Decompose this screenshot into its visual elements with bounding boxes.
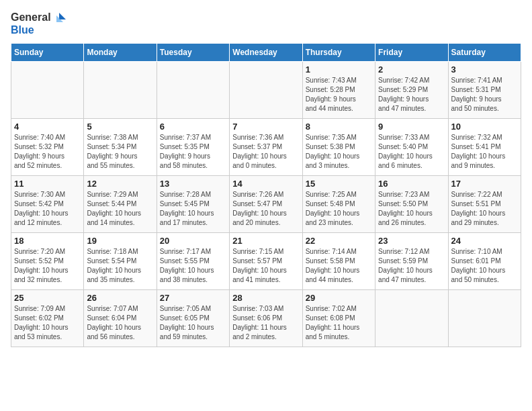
calendar-cell: 1Sunrise: 7:43 AM Sunset: 5:28 PM Daylig… — [302, 62, 375, 119]
day-number: 14 — [232, 179, 299, 189]
day-info: Sunrise: 7:15 AM Sunset: 5:57 PM Dayligh… — [232, 247, 299, 285]
day-number: 21 — [232, 236, 299, 246]
day-info: Sunrise: 7:03 AM Sunset: 6:06 PM Dayligh… — [232, 304, 299, 342]
day-number: 16 — [378, 179, 445, 189]
calendar-cell: 9Sunrise: 7:33 AM Sunset: 5:40 PM Daylig… — [375, 119, 448, 176]
calendar-cell: 28Sunrise: 7:03 AM Sunset: 6:06 PM Dayli… — [230, 290, 302, 347]
calendar-cell — [375, 290, 448, 347]
week-row-5: 25Sunrise: 7:09 AM Sunset: 6:02 PM Dayli… — [11, 290, 521, 347]
calendar-cell: 12Sunrise: 7:29 AM Sunset: 5:44 PM Dayli… — [84, 176, 157, 233]
day-number: 10 — [451, 122, 518, 132]
day-number: 22 — [306, 236, 372, 246]
day-info: Sunrise: 7:37 AM Sunset: 5:35 PM Dayligh… — [160, 133, 226, 171]
day-number: 26 — [87, 293, 153, 303]
day-number: 8 — [306, 122, 372, 132]
calendar-cell: 17Sunrise: 7:22 AM Sunset: 5:51 PM Dayli… — [448, 176, 521, 233]
calendar-cell: 11Sunrise: 7:30 AM Sunset: 5:42 PM Dayli… — [11, 176, 84, 233]
col-header-friday: Friday — [375, 44, 448, 62]
calendar-cell: 3Sunrise: 7:41 AM Sunset: 5:31 PM Daylig… — [448, 62, 521, 119]
day-info: Sunrise: 7:12 AM Sunset: 5:59 PM Dayligh… — [378, 247, 445, 285]
calendar-cell — [157, 62, 229, 119]
calendar-cell: 20Sunrise: 7:17 AM Sunset: 5:55 PM Dayli… — [157, 233, 229, 290]
calendar-table: SundayMondayTuesdayWednesdayThursdayFrid… — [11, 43, 521, 347]
page-header: General Blue — [11, 11, 521, 36]
calendar-cell: 2Sunrise: 7:42 AM Sunset: 5:29 PM Daylig… — [375, 62, 448, 119]
day-info: Sunrise: 7:17 AM Sunset: 5:55 PM Dayligh… — [160, 247, 226, 285]
day-number: 4 — [14, 122, 81, 132]
day-number: 13 — [160, 179, 226, 189]
day-number: 2 — [378, 64, 445, 75]
calendar-cell: 29Sunrise: 7:02 AM Sunset: 6:08 PM Dayli… — [302, 290, 375, 347]
day-number: 23 — [378, 236, 445, 246]
calendar-cell: 6Sunrise: 7:37 AM Sunset: 5:35 PM Daylig… — [157, 119, 229, 176]
calendar-cell: 21Sunrise: 7:15 AM Sunset: 5:57 PM Dayli… — [230, 233, 302, 290]
day-number: 6 — [160, 122, 226, 132]
logo-blue: Blue — [11, 24, 66, 36]
day-number: 29 — [306, 293, 372, 303]
calendar-cell: 22Sunrise: 7:14 AM Sunset: 5:58 PM Dayli… — [302, 233, 375, 290]
day-info: Sunrise: 7:42 AM Sunset: 5:29 PM Dayligh… — [378, 76, 445, 113]
day-number: 11 — [14, 179, 81, 189]
day-number: 15 — [306, 179, 372, 189]
day-info: Sunrise: 7:20 AM Sunset: 5:52 PM Dayligh… — [14, 247, 81, 285]
calendar-cell — [84, 62, 157, 119]
day-number: 9 — [378, 122, 445, 132]
day-info: Sunrise: 7:02 AM Sunset: 6:08 PM Dayligh… — [306, 304, 372, 342]
day-info: Sunrise: 7:30 AM Sunset: 5:42 PM Dayligh… — [14, 190, 81, 228]
calendar-cell: 25Sunrise: 7:09 AM Sunset: 6:02 PM Dayli… — [11, 290, 84, 347]
day-number: 5 — [87, 122, 153, 132]
calendar-cell: 24Sunrise: 7:10 AM Sunset: 6:01 PM Dayli… — [448, 233, 521, 290]
calendar-cell: 18Sunrise: 7:20 AM Sunset: 5:52 PM Dayli… — [11, 233, 84, 290]
calendar-cell — [11, 62, 84, 119]
calendar-cell: 7Sunrise: 7:36 AM Sunset: 5:37 PM Daylig… — [230, 119, 302, 176]
logo-arrow-icon — [52, 11, 66, 24]
col-header-wednesday: Wednesday — [230, 44, 302, 62]
day-info: Sunrise: 7:25 AM Sunset: 5:48 PM Dayligh… — [306, 190, 372, 228]
col-header-thursday: Thursday — [302, 44, 375, 62]
day-info: Sunrise: 7:18 AM Sunset: 5:54 PM Dayligh… — [87, 247, 153, 285]
day-info: Sunrise: 7:14 AM Sunset: 5:58 PM Dayligh… — [306, 247, 372, 285]
calendar-cell: 27Sunrise: 7:05 AM Sunset: 6:05 PM Dayli… — [157, 290, 229, 347]
day-number: 18 — [14, 236, 81, 246]
day-number: 27 — [160, 293, 226, 303]
calendar-cell: 10Sunrise: 7:32 AM Sunset: 5:41 PM Dayli… — [448, 119, 521, 176]
day-info: Sunrise: 7:28 AM Sunset: 5:45 PM Dayligh… — [160, 190, 226, 228]
day-info: Sunrise: 7:38 AM Sunset: 5:34 PM Dayligh… — [87, 133, 153, 171]
calendar-cell: 4Sunrise: 7:40 AM Sunset: 5:32 PM Daylig… — [11, 119, 84, 176]
day-number: 12 — [87, 179, 153, 189]
calendar-cell: 15Sunrise: 7:25 AM Sunset: 5:48 PM Dayli… — [302, 176, 375, 233]
day-number: 19 — [87, 236, 153, 246]
day-info: Sunrise: 7:29 AM Sunset: 5:44 PM Dayligh… — [87, 190, 153, 228]
day-info: Sunrise: 7:32 AM Sunset: 5:41 PM Dayligh… — [451, 133, 518, 171]
calendar-cell — [448, 290, 521, 347]
logo: General Blue — [11, 11, 66, 36]
calendar-cell: 23Sunrise: 7:12 AM Sunset: 5:59 PM Dayli… — [375, 233, 448, 290]
day-number: 1 — [306, 64, 372, 75]
day-info: Sunrise: 7:26 AM Sunset: 5:47 PM Dayligh… — [232, 190, 299, 228]
col-header-monday: Monday — [84, 44, 157, 62]
day-info: Sunrise: 7:41 AM Sunset: 5:31 PM Dayligh… — [451, 76, 518, 113]
day-number: 3 — [451, 64, 518, 75]
week-row-4: 18Sunrise: 7:20 AM Sunset: 5:52 PM Dayli… — [11, 233, 521, 290]
day-info: Sunrise: 7:40 AM Sunset: 5:32 PM Dayligh… — [14, 133, 81, 171]
day-info: Sunrise: 7:09 AM Sunset: 6:02 PM Dayligh… — [14, 304, 81, 342]
day-number: 7 — [232, 122, 299, 132]
day-number: 25 — [14, 293, 81, 303]
col-header-sunday: Sunday — [11, 44, 84, 62]
day-info: Sunrise: 7:10 AM Sunset: 6:01 PM Dayligh… — [451, 247, 518, 285]
week-row-1: 1Sunrise: 7:43 AM Sunset: 5:28 PM Daylig… — [11, 62, 521, 119]
week-row-2: 4Sunrise: 7:40 AM Sunset: 5:32 PM Daylig… — [11, 119, 521, 176]
day-info: Sunrise: 7:05 AM Sunset: 6:05 PM Dayligh… — [160, 304, 226, 342]
calendar-cell: 19Sunrise: 7:18 AM Sunset: 5:54 PM Dayli… — [84, 233, 157, 290]
calendar-cell: 5Sunrise: 7:38 AM Sunset: 5:34 PM Daylig… — [84, 119, 157, 176]
day-info: Sunrise: 7:43 AM Sunset: 5:28 PM Dayligh… — [306, 76, 372, 113]
calendar-cell: 8Sunrise: 7:35 AM Sunset: 5:38 PM Daylig… — [302, 119, 375, 176]
col-header-tuesday: Tuesday — [157, 44, 229, 62]
col-header-saturday: Saturday — [448, 44, 521, 62]
day-info: Sunrise: 7:33 AM Sunset: 5:40 PM Dayligh… — [378, 133, 445, 171]
calendar-cell: 16Sunrise: 7:23 AM Sunset: 5:50 PM Dayli… — [375, 176, 448, 233]
calendar-cell: 26Sunrise: 7:07 AM Sunset: 6:04 PM Dayli… — [84, 290, 157, 347]
day-number: 24 — [451, 236, 518, 246]
logo-general: General — [11, 11, 51, 24]
svg-marker-0 — [59, 13, 66, 19]
